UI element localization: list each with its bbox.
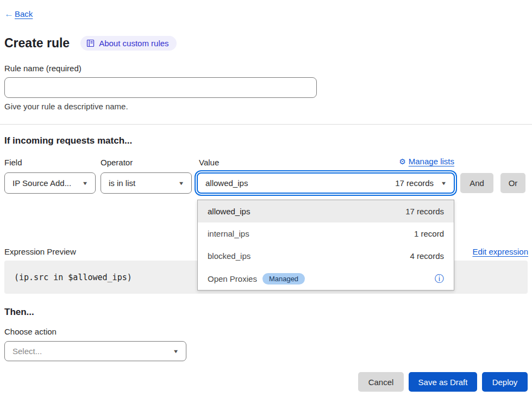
about-custom-rules-label: About custom rules <box>99 39 168 48</box>
cancel-button[interactable]: Cancel <box>358 372 404 392</box>
list-item-blocked-ips[interactable]: blocked_ips 4 records <box>198 245 454 267</box>
expression-code: (ip.src in $allowed_ips) <box>4 273 132 282</box>
book-icon <box>86 39 95 47</box>
list-item-name: allowed_ips <box>208 207 250 216</box>
field-select-value: IP Source Add... <box>12 178 71 188</box>
expression-preview-label: Expression Preview <box>4 247 76 256</box>
section-divider <box>0 124 532 125</box>
info-icon[interactable]: ⓘ <box>435 273 444 285</box>
manage-lists-link[interactable]: ⚙ Manage lists <box>304 157 454 166</box>
operator-label: Operator <box>101 158 133 167</box>
operator-select-value: is in list <box>109 178 135 188</box>
list-item-open-proxies[interactable]: Open Proxies Managed ⓘ <box>198 267 454 290</box>
value-select-records: 17 records <box>395 178 434 188</box>
manage-lists-label: Manage lists <box>409 157 454 166</box>
chevron-down-icon: ▼ <box>178 181 185 186</box>
list-item-name: blocked_ips <box>208 251 251 261</box>
page-title: Create rule <box>4 36 70 51</box>
managed-badge: Managed <box>262 273 305 285</box>
list-item-records: 17 records <box>405 207 444 216</box>
action-select[interactable]: Select... ▼ <box>4 341 186 361</box>
then-section-heading: Then... <box>4 307 34 318</box>
value-select-value: allowed_ips <box>205 178 248 188</box>
chevron-down-icon: ▼ <box>82 181 89 186</box>
rule-name-input[interactable] <box>4 77 317 98</box>
operator-select[interactable]: is in list ▼ <box>101 172 192 194</box>
and-button[interactable]: And <box>460 173 493 193</box>
list-item-name: internal_ips <box>208 229 249 238</box>
value-select[interactable]: allowed_ips 17 records ▼ <box>197 172 455 194</box>
list-item-internal-ips[interactable]: internal_ips 1 record <box>198 222 454 245</box>
about-custom-rules-link[interactable]: About custom rules <box>80 36 176 51</box>
chevron-down-icon: ▼ <box>173 349 179 354</box>
list-item-name: Open Proxies <box>208 274 257 283</box>
deploy-button[interactable]: Deploy <box>482 372 528 392</box>
save-as-draft-button[interactable]: Save as Draft <box>409 372 477 392</box>
value-label: Value <box>199 158 219 167</box>
field-select[interactable]: IP Source Add... ▼ <box>4 172 96 194</box>
back-link[interactable]: ←Back <box>4 9 33 20</box>
back-arrow-icon: ← <box>4 9 14 19</box>
choose-action-label: Choose action <box>4 327 57 336</box>
list-item-records: 4 records <box>410 251 444 261</box>
action-select-placeholder: Select... <box>12 347 42 356</box>
list-item-records: 1 record <box>414 229 444 238</box>
back-link-label: Back <box>15 9 33 18</box>
value-dropdown-list: allowed_ips 17 records internal_ips 1 re… <box>197 200 454 290</box>
rule-name-label: Rule name (required) <box>4 64 82 73</box>
or-button[interactable]: Or <box>500 173 525 193</box>
edit-expression-link[interactable]: Edit expression <box>472 247 528 256</box>
chevron-down-icon: ▼ <box>441 181 447 186</box>
list-item-allowed-ips[interactable]: allowed_ips 17 records <box>198 200 454 222</box>
rule-name-helper: Give your rule a descriptive name. <box>4 102 128 111</box>
match-section-heading: If incoming requests match... <box>4 135 132 146</box>
field-label: Field <box>4 158 22 167</box>
gear-icon: ⚙ <box>399 157 406 166</box>
